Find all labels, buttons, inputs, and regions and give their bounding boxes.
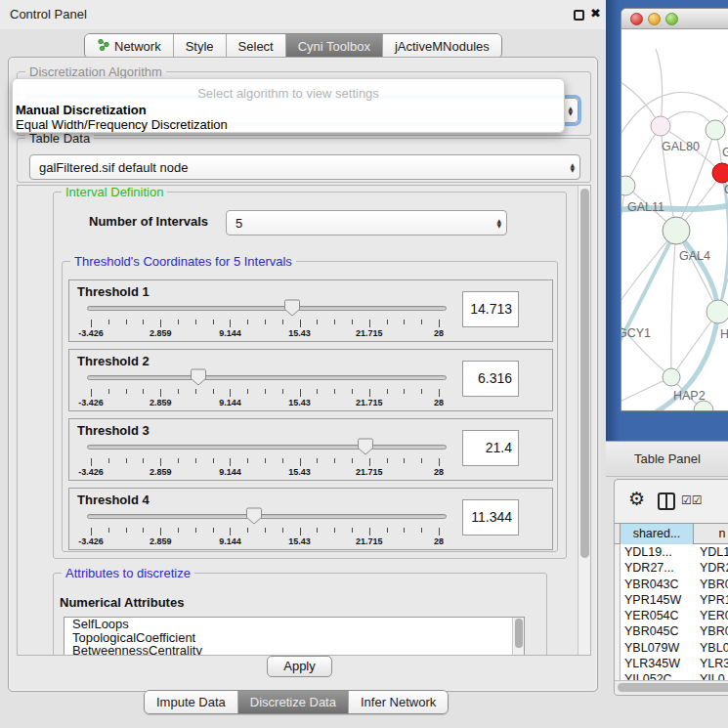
table-row[interactable]: YBL079WYBL0 [621,640,728,656]
tick-mark [126,320,127,324]
combo-value: galFiltered.sif default node [39,160,188,175]
threshold-value-field[interactable]: 6.316 [462,361,519,397]
table-horizontal-scrollbar[interactable] [615,680,728,694]
dropdown-option-manual-discretization[interactable]: Manual Discretization [16,103,147,117]
settings-scroll-pane: Interval Definition Number of Intervals … [17,185,591,656]
table-row[interactable]: YLR345WYLR3 [621,656,728,671]
network-canvas[interactable]: GAL80GGAL11CGAL4GCY1HHAP2 [621,29,728,411]
tab-network[interactable]: Network [85,34,173,58]
tab-style[interactable]: Style [173,34,226,58]
group-title: Table Data [25,131,94,146]
table-row[interactable]: YDR27...YDR2 [621,560,728,576]
table-row[interactable]: YER054CYER0 [621,608,728,623]
split-pane-icon[interactable] [658,492,675,510]
table-row[interactable]: YBR045CYBR0 [621,623,728,639]
float-window-icon[interactable] [574,10,584,21]
dropdown-option-equal-width-frequency[interactable]: Equal Width/Frequency Discretization [16,117,228,132]
table-data-combobox[interactable]: galFiltered.sif default node ▲▼ [29,154,580,180]
table-row[interactable]: YIL052CYIL0 [621,671,728,680]
tick-mark [387,389,388,394]
scrollbar-thumb[interactable] [515,619,523,648]
tab-label: Select [238,39,274,54]
network-graph: GAL80GGAL11CGAL4GCY1HHAP2 [621,29,728,411]
threshold-value-field[interactable]: 11.344 [462,499,519,535]
list-item[interactable]: TopologicalCoefficient [64,631,524,645]
apply-button[interactable]: Apply [267,656,332,677]
threshold-label: Threshold 4 [77,492,150,507]
cell-name: YBR0 [700,577,728,592]
node-label: GCY1 [621,326,651,340]
slider-thumb-icon[interactable] [191,368,206,386]
tick-mark [404,528,405,533]
tick-label: 9.144 [207,536,252,546]
tab-infer-network[interactable]: Infer Network [348,691,448,713]
tick-mark [387,458,388,463]
node-label: GAL80 [662,140,700,153]
threshold-slider[interactable]: -3.4262.8599.14415.4321.71528 [79,367,456,410]
tab-discretize-data[interactable]: Discretize Data [237,691,348,713]
slider-track[interactable] [87,445,447,450]
number-of-intervals-combobox[interactable]: 5 ▲▼ [226,210,507,236]
tick-mark [91,458,92,466]
network-edge[interactable] [656,49,663,126]
threshold-value-field[interactable]: 21.4 [462,430,519,466]
numerical-attributes-list[interactable]: SelfLoopsTopologicalCoefficientBetweenne… [64,617,525,656]
slider-track[interactable] [87,306,447,311]
column-header-name[interactable]: n [695,524,728,545]
tab-select[interactable]: Select [226,34,285,58]
threshold-slider[interactable]: -3.4262.8599.14415.4321.71528 [79,298,456,341]
network-node[interactable] [707,300,728,323]
network-window-titlebar[interactable] [621,9,728,29]
tab-jactivemnodules[interactable]: jActiveMNodules [382,34,501,58]
scrollbar-thumb[interactable] [580,189,589,558]
network-edge[interactable] [671,231,676,377]
tick-mark [265,458,266,463]
list-item[interactable]: BetweennessCentrality [64,644,524,656]
close-light-icon[interactable] [630,13,643,25]
settings-vertical-scrollbar[interactable] [578,186,590,655]
table-panel-titlebar: Table Panel [606,441,728,477]
tab-cyni-toolbox[interactable]: Cyni Toolbox [285,34,382,58]
slider-thumb-icon[interactable] [284,299,300,317]
threshold-slider[interactable]: -3.4262.8599.14415.4321.71528 [79,506,456,549]
checkbox-icons[interactable]: ☑☑ [681,493,703,507]
slider-track[interactable] [87,514,447,519]
slider-track[interactable] [87,375,447,380]
node-label: GAL11 [627,200,664,214]
gear-icon[interactable]: ⚙ [628,488,645,509]
tick-mark [91,528,92,535]
network-node[interactable] [712,163,728,183]
threshold-slider[interactable]: -3.4262.8599.14415.4321.71528 [79,437,456,480]
network-edge[interactable] [625,126,661,186]
scrollbar-thumb[interactable] [618,683,728,692]
column-header-shared[interactable]: shared... [620,524,694,545]
minimize-light-icon[interactable] [648,13,661,25]
tick-mark [213,320,214,324]
cell-shared-name: YER054C [624,608,679,623]
tick-mark [387,320,388,324]
tab-impute-data[interactable]: Impute Data [145,691,237,713]
list-item[interactable]: SelfLoops [64,618,524,631]
network-node[interactable] [663,368,680,386]
tick-mark [195,320,196,324]
slider-thumb-icon[interactable] [358,438,373,455]
tick-label: 28 [416,398,461,407]
table-row[interactable]: YBR043CYBR0 [621,577,728,592]
tick-mark [421,458,422,463]
tick-label: -3.426 [68,328,113,338]
network-node[interactable] [663,217,690,244]
slider-thumb-icon[interactable] [246,507,262,525]
table-row[interactable]: YPR145WYPR1 [621,592,728,608]
attributes-scrollbar[interactable] [512,618,524,656]
network-node[interactable] [651,116,670,136]
tick-mark [282,458,283,463]
threshold-label: Threshold 1 [77,284,150,299]
zoom-light-icon[interactable] [665,13,678,25]
table-row[interactable]: YDL19...YDL1 [621,544,728,560]
threshold-value-field[interactable]: 14.713 [462,291,519,327]
cell-shared-name: YDL19... [624,544,672,560]
network-node[interactable] [706,120,725,140]
tick-label: 2.859 [138,328,183,338]
close-icon[interactable]: ✖ [590,6,601,21]
tick-mark [352,528,353,533]
